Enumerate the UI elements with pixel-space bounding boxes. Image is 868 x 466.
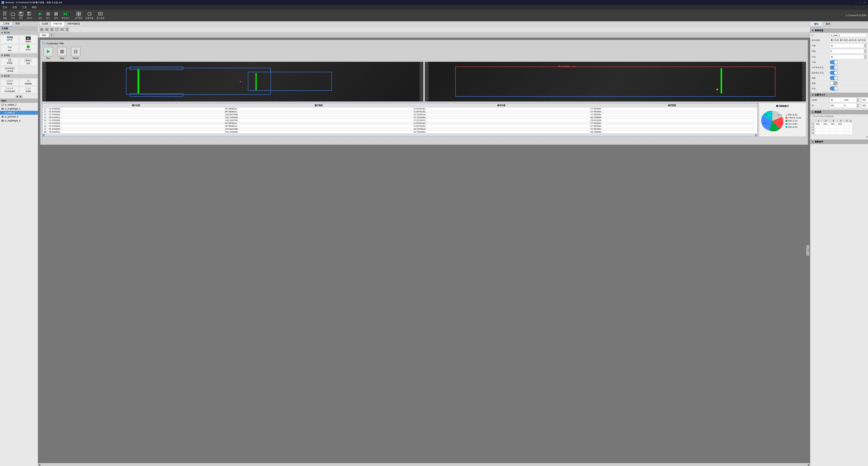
section-display[interactable]: ▼ 显示框 xyxy=(0,31,38,35)
toolbar-vars[interactable]: VAR 变量设置 xyxy=(85,11,95,20)
add-page-tab[interactable]: + xyxy=(50,33,54,37)
toolbox-scroll-left[interactable]: ◀ xyxy=(16,95,19,98)
cell-2-3[interactable]: 277.8876964... xyxy=(590,113,754,116)
toggle-v-header[interactable] xyxy=(830,71,838,75)
cell-8-0[interactable]: 730.23105911... xyxy=(48,130,224,134)
table-scroll[interactable]: 叠片长度 叠片宽度 极耳长度 极耳宽度 2731.97553055...997.… xyxy=(42,103,757,134)
toggle-enabled[interactable] xyxy=(830,60,838,64)
cell-4-1[interactable]: 1012.16207555... xyxy=(224,119,413,122)
prop-h-spinbox[interactable]: ▲ ▼ xyxy=(862,103,868,108)
ds-cell-2-2[interactable] xyxy=(822,125,830,128)
cell-3-2[interactable]: 54.715331855... xyxy=(413,116,590,119)
prop-rowheight-val[interactable] xyxy=(830,55,864,59)
toolbar-new[interactable]: 新建 xyxy=(1,11,9,20)
h-scroll-left[interactable]: ◀ xyxy=(38,464,40,466)
toolbox-combo[interactable]: combo▼ 组合框 xyxy=(1,79,19,86)
toggle-sync[interactable] xyxy=(830,87,838,90)
cell-0-1[interactable]: 997.98596219... xyxy=(224,108,413,110)
cell-2-0[interactable]: 731.97553055... xyxy=(48,113,224,116)
cell-4-2[interactable]: 57.237129747... xyxy=(413,119,590,122)
canvas-scroll-area[interactable]: + Customize Title Run xyxy=(38,38,810,463)
datasource-grid[interactable]: 1 2 3 4 5 ▲ 1 Vars... Vars... xyxy=(811,119,852,135)
cell-7-0[interactable]: 731.97553055... xyxy=(48,128,224,130)
cell-8-3[interactable]: 281.2959698... xyxy=(590,130,754,134)
menu-settings[interactable]: 设置 xyxy=(11,5,18,9)
page-tab-main[interactable]: Main xyxy=(39,33,49,37)
spinbox-down-rh[interactable]: ▼ xyxy=(864,57,866,59)
cell-5-3[interactable]: 277.8876964... xyxy=(590,122,754,125)
toolbox-button[interactable]: Button 按钮 xyxy=(19,58,37,66)
component-m_imgWidget_3[interactable]: m_imgWidget_3 xyxy=(0,107,38,111)
run-control-pause[interactable]: Pause xyxy=(71,47,81,60)
menu-tools[interactable]: 工具 xyxy=(21,5,28,9)
design-btn-1[interactable] xyxy=(39,27,44,32)
spinbox-down-cols[interactable]: ▼ xyxy=(864,51,866,53)
canvas-h-scrollbar[interactable]: ◀ ▶ xyxy=(38,463,810,466)
menu-help[interactable]: 帮助 xyxy=(31,5,38,9)
spinbox-up-rh[interactable]: ▲ xyxy=(864,55,866,57)
cell-1-3[interactable]: 277.8876964... xyxy=(590,110,754,113)
cell-7-1[interactable]: 1010.60247888... xyxy=(224,128,413,130)
tab-ui-designer[interactable]: UI设计器 xyxy=(51,21,64,26)
toggle-grid[interactable] xyxy=(830,76,838,80)
menu-file[interactable]: 文件 xyxy=(1,5,8,9)
toolbox-indicator[interactable]: 信号灯 xyxy=(19,44,37,53)
prop-rows-spinbox[interactable]: ▲ ▼ xyxy=(830,43,867,48)
prop-x-spinbox[interactable]: ▲ ▼ xyxy=(830,98,843,102)
ds-cell-1-3[interactable]: Vars... xyxy=(830,122,837,125)
tab-toolbox[interactable]: 工具箱 xyxy=(0,21,12,26)
ds-cell-2-5[interactable] xyxy=(844,125,849,128)
toolbar-step[interactable]: 单步运行 xyxy=(60,11,70,20)
component-m_widget_2[interactable]: m_widget_2 xyxy=(0,103,38,107)
component-m_pieChart_5[interactable]: m_pieChart_5 xyxy=(0,115,38,119)
tab-resources[interactable]: 资源 xyxy=(12,21,23,26)
cell-8-1[interactable]: 1011.24343939... xyxy=(224,130,413,134)
cell-3-3[interactable]: 281.2959698... xyxy=(590,116,754,119)
cell-4-3[interactable]: 278.6152438... xyxy=(590,119,754,122)
ds-cell-2-3[interactable] xyxy=(830,125,837,128)
toolbox-line-edit[interactable]: AB| 线编辑框 xyxy=(19,79,37,86)
toolbox-run-frame[interactable]: 运行框 xyxy=(1,35,19,44)
toolbar-display[interactable]: 显示设置 xyxy=(95,11,105,20)
cell-7-3[interactable]: 277.8876964... xyxy=(590,128,754,130)
ds-cell-1-4[interactable]: Vars... xyxy=(837,122,844,125)
language-selector[interactable]: A Chinese|中文(简体) xyxy=(846,14,867,17)
ds-cell-3-2[interactable] xyxy=(822,128,830,132)
toolbar-open[interactable]: 打开 xyxy=(9,11,17,20)
toolbar-run[interactable]: 运行 xyxy=(36,11,44,20)
tab-ui-script[interactable]: UI脚本编辑器 xyxy=(65,21,83,26)
tab-main-flow[interactable]: 主流程 xyxy=(39,21,51,26)
prop-cols-val[interactable] xyxy=(830,49,864,53)
ds-cell-3-4[interactable] xyxy=(837,128,844,132)
ds-cell-4-4[interactable] xyxy=(837,132,844,135)
cell-1-2[interactable]: 51.597461381... xyxy=(413,110,590,113)
prop-header-input[interactable] xyxy=(830,39,867,42)
cell-2-1[interactable]: 1010.60247888... xyxy=(224,113,413,116)
cell-5-0[interactable]: 731.97553055... xyxy=(48,122,224,125)
cell-3-1[interactable]: 1011.24343939... xyxy=(224,116,413,119)
prop-rows-val[interactable] xyxy=(830,43,864,48)
prop-y-val[interactable] xyxy=(862,98,868,102)
cell-7-2[interactable]: 50.723764310... xyxy=(413,128,590,130)
cell-0-0[interactable]: 731.97553055... xyxy=(48,108,224,110)
toggle-replace[interactable] xyxy=(830,81,838,85)
prop-rowheight-spinbox[interactable]: ▲ ▼ xyxy=(830,55,867,59)
right-tab-events[interactable]: 事件 xyxy=(822,21,834,27)
ds-cell-3-5[interactable] xyxy=(844,128,849,132)
toolbar-save[interactable]: 保存 xyxy=(18,11,25,20)
ds-cell-4-5[interactable] xyxy=(844,132,849,135)
run-control-run[interactable]: Run xyxy=(43,47,53,60)
cell-5-2[interactable]: 51.597461381... xyxy=(413,122,590,125)
close-button[interactable]: ✕ xyxy=(863,1,867,4)
toolbox-tool-button[interactable]: ⚙Tool Button 工具按钮 xyxy=(1,66,19,73)
toolbar-stop[interactable]: 停止 xyxy=(44,11,52,20)
toolbox-checkbox[interactable]: ✓ 复选框 xyxy=(1,58,19,66)
toolbar-saveas[interactable]: 另存为 xyxy=(25,11,33,20)
ds-cell-1-2[interactable]: Vars... xyxy=(822,122,830,125)
h-scroll-right[interactable]: ▶ xyxy=(808,464,810,466)
cell-8-2[interactable]: 54.715331855... xyxy=(413,130,590,134)
prop-cols-spinbox[interactable]: ▲ ▼ xyxy=(830,49,867,53)
prop-y-spinbox[interactable]: ▲ ▼ xyxy=(862,98,868,102)
ds-cell-1-5[interactable] xyxy=(844,122,849,125)
ds-cell-4-2[interactable] xyxy=(822,132,830,135)
